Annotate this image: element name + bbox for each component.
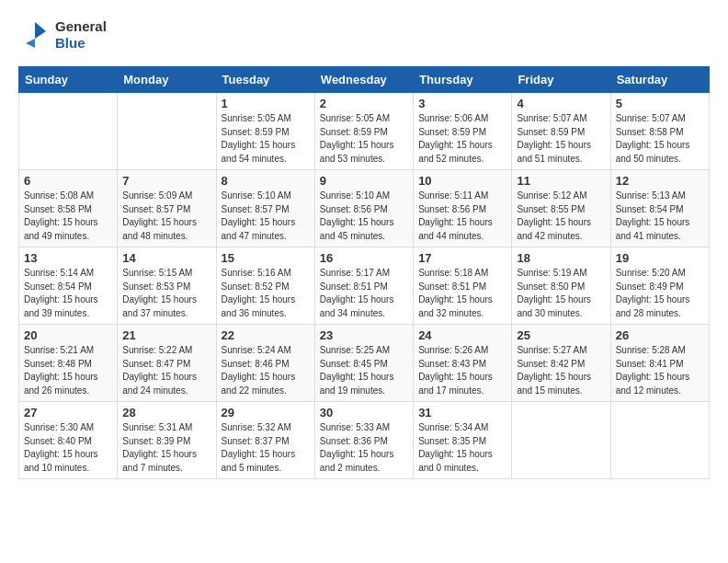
day-number: 27 (24, 406, 112, 419)
day-number: 22 (222, 328, 310, 342)
day-detail: Sunrise: 5:08 AMSunset: 8:58 PMDaylight:… (24, 190, 112, 243)
calendar-cell: 1Sunrise: 5:05 AMSunset: 8:59 PMDaylight… (216, 93, 314, 170)
calendar-week-4: 20Sunrise: 5:21 AMSunset: 8:48 PMDayligh… (19, 325, 710, 402)
day-number: 5 (616, 97, 704, 110)
calendar-cell: 16Sunrise: 5:17 AMSunset: 8:51 PMDayligh… (314, 247, 413, 325)
day-number: 19 (616, 251, 704, 265)
day-detail: Sunrise: 5:34 AMSunset: 8:35 PMDaylight:… (418, 421, 506, 475)
calendar-cell (19, 93, 118, 170)
day-number: 2 (320, 97, 408, 110)
day-detail: Sunrise: 5:33 AMSunset: 8:36 PMDaylight:… (320, 421, 408, 475)
weekday-header-thursday: Thursday (414, 67, 512, 93)
calendar-cell: 15Sunrise: 5:16 AMSunset: 8:52 PMDayligh… (216, 247, 314, 325)
calendar-table: SundayMondayTuesdayWednesdayThursdayFrid… (18, 66, 710, 479)
day-number: 31 (418, 406, 506, 419)
day-detail: Sunrise: 5:22 AMSunset: 8:47 PMDaylight:… (122, 344, 210, 397)
day-number: 13 (24, 251, 112, 265)
day-detail: Sunrise: 5:17 AMSunset: 8:51 PMDaylight:… (320, 267, 408, 320)
day-number: 23 (320, 328, 408, 342)
calendar-cell: 7Sunrise: 5:09 AMSunset: 8:57 PMDaylight… (118, 170, 216, 247)
calendar-week-1: 1Sunrise: 5:05 AMSunset: 8:59 PMDaylight… (19, 93, 710, 170)
calendar-cell: 26Sunrise: 5:28 AMSunset: 8:41 PMDayligh… (610, 325, 709, 402)
day-number: 25 (517, 328, 605, 342)
calendar-cell: 30Sunrise: 5:33 AMSunset: 8:36 PMDayligh… (314, 402, 413, 479)
day-number: 3 (418, 97, 506, 110)
calendar-week-2: 6Sunrise: 5:08 AMSunset: 8:58 PMDaylight… (19, 170, 710, 247)
day-detail: Sunrise: 5:21 AMSunset: 8:48 PMDaylight:… (24, 344, 112, 397)
weekday-header-tuesday: Tuesday (216, 67, 314, 93)
day-detail: Sunrise: 5:13 AMSunset: 8:54 PMDaylight:… (616, 190, 704, 243)
day-number: 1 (222, 97, 310, 110)
weekday-header-friday: Friday (512, 67, 610, 93)
calendar-cell: 9Sunrise: 5:10 AMSunset: 8:56 PMDaylight… (314, 170, 413, 247)
day-number: 16 (320, 251, 408, 265)
day-detail: Sunrise: 5:06 AMSunset: 8:59 PMDaylight:… (418, 112, 506, 166)
calendar-cell: 19Sunrise: 5:20 AMSunset: 8:49 PMDayligh… (610, 247, 709, 325)
day-detail: Sunrise: 5:18 AMSunset: 8:51 PMDaylight:… (418, 267, 506, 320)
day-number: 8 (222, 174, 310, 188)
day-number: 7 (122, 174, 210, 188)
weekday-header-wednesday: Wednesday (314, 67, 413, 93)
day-detail: Sunrise: 5:14 AMSunset: 8:54 PMDaylight:… (24, 267, 112, 320)
day-detail: Sunrise: 5:32 AMSunset: 8:37 PMDaylight:… (222, 421, 310, 475)
calendar-cell: 6Sunrise: 5:08 AMSunset: 8:58 PMDaylight… (19, 170, 118, 247)
calendar-cell: 31Sunrise: 5:34 AMSunset: 8:35 PMDayligh… (414, 402, 512, 479)
calendar-cell (118, 93, 216, 170)
calendar-cell: 10Sunrise: 5:11 AMSunset: 8:56 PMDayligh… (414, 170, 512, 247)
calendar-cell: 13Sunrise: 5:14 AMSunset: 8:54 PMDayligh… (19, 247, 118, 325)
weekday-header-row: SundayMondayTuesdayWednesdayThursdayFrid… (19, 67, 710, 93)
logo: GeneralBlue (18, 18, 107, 52)
calendar-cell (512, 402, 610, 479)
logo-text: GeneralBlue (55, 18, 107, 52)
day-number: 20 (24, 328, 112, 342)
calendar-week-3: 13Sunrise: 5:14 AMSunset: 8:54 PMDayligh… (19, 247, 710, 325)
day-number: 26 (616, 328, 704, 342)
logo-icon (18, 18, 51, 52)
day-number: 30 (320, 406, 408, 419)
page-header: GeneralBlue (18, 18, 710, 52)
logo-blue: Blue (55, 35, 85, 51)
day-detail: Sunrise: 5:25 AMSunset: 8:45 PMDaylight:… (320, 344, 408, 397)
calendar-cell: 23Sunrise: 5:25 AMSunset: 8:45 PMDayligh… (314, 325, 413, 402)
day-detail: Sunrise: 5:05 AMSunset: 8:59 PMDaylight:… (222, 112, 310, 166)
calendar-cell: 17Sunrise: 5:18 AMSunset: 8:51 PMDayligh… (414, 247, 512, 325)
calendar-cell: 4Sunrise: 5:07 AMSunset: 8:59 PMDaylight… (512, 93, 610, 170)
calendar-cell: 22Sunrise: 5:24 AMSunset: 8:46 PMDayligh… (216, 325, 314, 402)
day-number: 29 (222, 406, 310, 419)
day-detail: Sunrise: 5:05 AMSunset: 8:59 PMDaylight:… (320, 112, 408, 166)
day-detail: Sunrise: 5:27 AMSunset: 8:42 PMDaylight:… (517, 344, 605, 397)
day-detail: Sunrise: 5:07 AMSunset: 8:58 PMDaylight:… (616, 112, 704, 166)
day-detail: Sunrise: 5:24 AMSunset: 8:46 PMDaylight:… (222, 344, 310, 397)
day-detail: Sunrise: 5:10 AMSunset: 8:57 PMDaylight:… (222, 190, 310, 243)
day-number: 21 (122, 328, 210, 342)
day-number: 24 (418, 328, 506, 342)
day-number: 4 (517, 97, 605, 110)
weekday-header-sunday: Sunday (19, 67, 118, 93)
calendar-cell: 2Sunrise: 5:05 AMSunset: 8:59 PMDaylight… (314, 93, 413, 170)
calendar-cell: 11Sunrise: 5:12 AMSunset: 8:55 PMDayligh… (512, 170, 610, 247)
day-detail: Sunrise: 5:10 AMSunset: 8:56 PMDaylight:… (320, 190, 408, 243)
day-number: 14 (122, 251, 210, 265)
day-detail: Sunrise: 5:11 AMSunset: 8:56 PMDaylight:… (418, 190, 506, 243)
day-number: 28 (122, 406, 210, 419)
day-detail: Sunrise: 5:26 AMSunset: 8:43 PMDaylight:… (418, 344, 506, 397)
calendar-cell: 29Sunrise: 5:32 AMSunset: 8:37 PMDayligh… (216, 402, 314, 479)
logo-general: General (55, 18, 107, 34)
day-number: 9 (320, 174, 408, 188)
day-detail: Sunrise: 5:16 AMSunset: 8:52 PMDaylight:… (222, 267, 310, 320)
calendar-cell: 27Sunrise: 5:30 AMSunset: 8:40 PMDayligh… (19, 402, 118, 479)
day-detail: Sunrise: 5:15 AMSunset: 8:53 PMDaylight:… (122, 267, 210, 320)
calendar-cell: 20Sunrise: 5:21 AMSunset: 8:48 PMDayligh… (19, 325, 118, 402)
calendar-cell: 24Sunrise: 5:26 AMSunset: 8:43 PMDayligh… (414, 325, 512, 402)
weekday-header-saturday: Saturday (610, 67, 709, 93)
calendar-week-5: 27Sunrise: 5:30 AMSunset: 8:40 PMDayligh… (19, 402, 710, 479)
day-number: 11 (517, 174, 605, 188)
day-number: 12 (616, 174, 704, 188)
day-detail: Sunrise: 5:09 AMSunset: 8:57 PMDaylight:… (122, 190, 210, 243)
calendar-cell: 14Sunrise: 5:15 AMSunset: 8:53 PMDayligh… (118, 247, 216, 325)
calendar-cell: 28Sunrise: 5:31 AMSunset: 8:39 PMDayligh… (118, 402, 216, 479)
day-number: 18 (517, 251, 605, 265)
day-number: 10 (418, 174, 506, 188)
calendar-cell (610, 402, 709, 479)
day-number: 17 (418, 251, 506, 265)
